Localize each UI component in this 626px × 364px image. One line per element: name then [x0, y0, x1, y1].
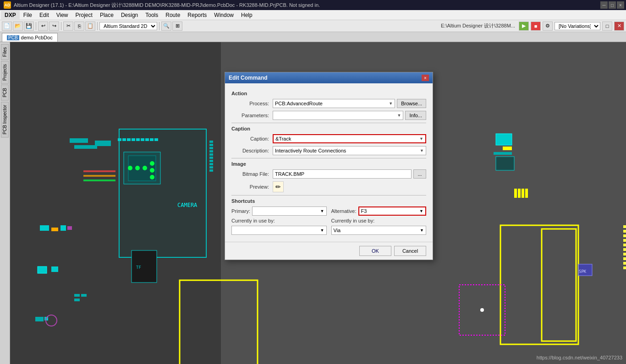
- description-combo-arrow: ▼: [420, 148, 424, 153]
- current-in-use-row1: Currently in use by:: [231, 218, 327, 223]
- alternative-col: Alternative: F3 ▼ Currently in use by: V…: [331, 206, 427, 237]
- caption-row: Caption: &Track ▼: [231, 134, 426, 143]
- currently-label2: Currently in use by:: [331, 218, 375, 223]
- description-value: Interactively Route Connections: [275, 148, 346, 153]
- currently-value2: Via: [334, 228, 341, 233]
- dialog-titlebar: Edit Command ×: [225, 72, 433, 83]
- preview-icon: ✏: [275, 183, 281, 190]
- cancel-button[interactable]: Cancel: [394, 246, 426, 256]
- current-in-use-row2: Currently in use by:: [331, 218, 427, 223]
- params-combo[interactable]: ▼: [273, 111, 403, 120]
- process-value: PCB:AdvancedRoute: [275, 101, 323, 106]
- params-combo-arrow: ▼: [397, 113, 401, 118]
- edit-command-dialog: Edit Command × Action Process: PCB:Advan…: [225, 72, 433, 260]
- currently-combo1-arrow: ▼: [320, 228, 324, 233]
- ok-button[interactable]: OK: [359, 246, 391, 256]
- alternative-combo-arrow: ▼: [419, 209, 423, 213]
- bitmap-input[interactable]: [273, 169, 412, 179]
- currently-combo-row1: ▼: [231, 226, 327, 235]
- caption-value: &Track: [275, 136, 291, 141]
- caption-combo-arrow: ▼: [419, 136, 423, 141]
- bitmap-browse-button[interactable]: ...: [413, 169, 426, 179]
- browse-button[interactable]: Browse...: [397, 99, 426, 108]
- currently-combo2-arrow: ▼: [420, 228, 424, 233]
- dialog-body: Action Process: PCB:AdvancedRoute ▼ Brow…: [225, 83, 433, 242]
- shortcuts-grid: Primary: ▼ Currently in use by: ▼: [231, 206, 426, 237]
- image-section-label: Image: [231, 161, 426, 167]
- primary-col: Primary: ▼ Currently in use by: ▼: [231, 206, 327, 237]
- caption-section-label: Caption: [231, 126, 426, 131]
- caption-label: Caption:: [231, 136, 273, 141]
- divider2: [231, 158, 426, 158]
- preview-row: Preview: ✏: [231, 181, 426, 192]
- process-combo[interactable]: PCB:AdvancedRoute ▼: [273, 99, 395, 108]
- alternative-row: Alternative: F3 ▼: [331, 206, 427, 216]
- primary-row: Primary: ▼: [231, 206, 327, 216]
- process-row: Process: PCB:AdvancedRoute ▼ Browse...: [231, 99, 426, 108]
- alternative-value: F3: [361, 208, 367, 214]
- primary-combo-arrow: ▼: [320, 209, 324, 213]
- params-label: Parameters:: [231, 113, 273, 118]
- shortcuts-section-label: Shortcuts: [231, 198, 426, 204]
- alternative-label: Alternative:: [331, 208, 357, 214]
- currently-combo2[interactable]: Via ▼: [331, 226, 427, 235]
- description-combo[interactable]: Interactively Route Connections ▼: [273, 146, 426, 155]
- divider1: [231, 123, 426, 123]
- currently-label1: Currently in use by:: [231, 218, 275, 223]
- primary-combo[interactable]: ▼: [252, 206, 327, 216]
- alternative-combo[interactable]: F3 ▼: [358, 206, 426, 216]
- caption-combo[interactable]: &Track ▼: [273, 134, 426, 143]
- dialog-title: Edit Command: [229, 75, 268, 81]
- params-row: Parameters: ▼ Info...: [231, 111, 426, 120]
- process-label: Process:: [231, 101, 273, 106]
- action-section-label: Action: [231, 91, 426, 96]
- dialog-overlay: Edit Command × Action Process: PCB:Advan…: [0, 0, 626, 364]
- info-button[interactable]: Info...: [405, 111, 426, 120]
- description-row: Description: Interactively Route Connect…: [231, 146, 426, 155]
- currently-combo-row2: Via ▼: [331, 226, 427, 235]
- bitmap-row: Bitmap File: ...: [231, 169, 426, 179]
- bitmap-label: Bitmap File:: [231, 171, 273, 177]
- currently-combo1[interactable]: ▼: [231, 226, 327, 235]
- description-label: Description:: [231, 148, 273, 153]
- preview-label: Preview:: [231, 184, 273, 190]
- divider3: [231, 195, 426, 196]
- dialog-close-button[interactable]: ×: [422, 75, 429, 81]
- process-combo-arrow: ▼: [389, 101, 393, 106]
- preview-icon-box: ✏: [273, 181, 284, 192]
- primary-label: Primary:: [231, 208, 250, 214]
- dialog-footer: OK Cancel: [225, 242, 433, 260]
